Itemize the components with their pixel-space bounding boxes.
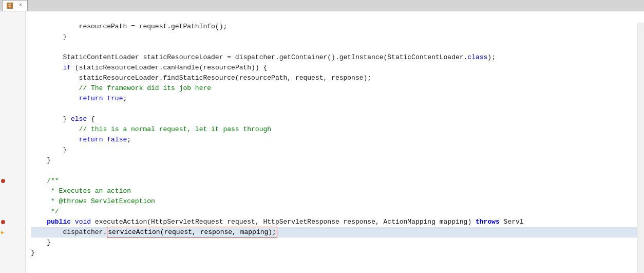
code-token: // The framework did its job here xyxy=(31,83,211,94)
gutter-line xyxy=(0,248,25,258)
code-line xyxy=(31,104,644,114)
gutter-line xyxy=(0,73,25,83)
code-token: * @throws ServletException xyxy=(31,196,155,207)
code-line: } else { xyxy=(31,114,644,124)
code-token: { xyxy=(87,114,95,124)
code-token: * Executes an action xyxy=(31,186,131,196)
code-token xyxy=(71,217,75,227)
tab-bar: C × xyxy=(0,0,644,11)
code-line: } xyxy=(31,155,644,166)
code-token xyxy=(31,217,47,227)
code-line: staticResourceLoader.findStaticResource(… xyxy=(31,73,644,83)
code-token: void xyxy=(75,217,91,227)
gutter-line xyxy=(0,196,25,207)
code-token: (staticResourceLoader.canHandle(resource… xyxy=(71,63,267,73)
gutter-line xyxy=(0,104,25,114)
gutter-line xyxy=(0,186,25,196)
code-line: * @throws ServletException xyxy=(31,196,644,207)
code-token: } xyxy=(31,145,67,155)
code-line: StaticContentLoader staticResourceLoader… xyxy=(31,52,644,63)
code-token xyxy=(31,94,79,104)
code-line: public void executeAction(HttpServletReq… xyxy=(31,217,644,227)
code-token: ); xyxy=(487,52,496,63)
code-token: dispatcher. xyxy=(31,227,107,238)
code-line: } xyxy=(31,238,644,248)
code-line xyxy=(31,166,644,176)
code-token xyxy=(103,135,107,145)
gutter-line xyxy=(0,155,25,166)
code-line xyxy=(31,42,644,52)
active-tab[interactable]: C × xyxy=(2,0,28,11)
code-token: ; xyxy=(127,135,131,145)
code-token: staticResourceLoader.findStaticResource(… xyxy=(31,73,371,83)
code-line: return false; xyxy=(31,135,644,145)
code-token: ; xyxy=(123,94,127,104)
code-token: true xyxy=(107,94,123,104)
gutter-line xyxy=(0,63,25,73)
gutter-line xyxy=(0,166,25,176)
gutter-line xyxy=(0,227,25,238)
code-token: } xyxy=(31,248,35,258)
code-token: false xyxy=(107,135,127,145)
gutter-line xyxy=(0,83,25,94)
code-line: } xyxy=(31,248,644,258)
code-line: } xyxy=(31,32,644,42)
gutter-line xyxy=(0,124,25,135)
code-token xyxy=(31,63,63,73)
code-token: } xyxy=(31,114,71,124)
gutter-line xyxy=(0,42,25,52)
code-token: else xyxy=(71,114,87,124)
code-line: // The framework did its job here xyxy=(31,83,644,94)
gutter-line xyxy=(0,114,25,124)
code-line: } xyxy=(31,145,644,155)
code-line xyxy=(31,11,644,22)
editor-area: resourcePath = request.getPathInfo(); } … xyxy=(0,11,644,273)
code-line: resourcePath = request.getPathInfo(); xyxy=(31,22,644,32)
code-token: /** xyxy=(31,176,59,186)
code-token: return xyxy=(79,135,103,145)
gutter-line xyxy=(0,52,25,63)
gutter-line xyxy=(0,11,25,22)
code-token: resourcePath = request.getPathInfo(); xyxy=(31,22,227,32)
code-token: throws xyxy=(476,217,500,227)
gutter-line xyxy=(0,176,25,186)
code-token xyxy=(31,135,79,145)
code-line: dispatcher.serviceAction(request, respon… xyxy=(31,227,644,238)
code-token: // this is a normal request, let it pass… xyxy=(31,124,271,135)
code-token: Servl xyxy=(500,217,524,227)
code-token: if xyxy=(63,63,71,73)
code-token: public xyxy=(47,217,71,227)
gutter-line xyxy=(0,238,25,248)
code-token xyxy=(103,94,107,104)
gutter-line xyxy=(0,145,25,155)
code-line: // this is a normal request, let it pass… xyxy=(31,124,644,135)
code-token: StaticContentLoader staticResourceLoader… xyxy=(31,52,467,63)
code-token: } xyxy=(31,155,51,166)
gutter-line xyxy=(0,94,25,104)
code-line: */ xyxy=(31,207,644,217)
code-token: } xyxy=(31,238,51,248)
gutter-line xyxy=(0,22,25,32)
code-line: /** xyxy=(31,176,644,186)
vertical-scrollbar[interactable] xyxy=(637,23,644,273)
gutter-line xyxy=(0,207,25,217)
tab-file-icon: C xyxy=(7,3,13,9)
gutter-line xyxy=(0,135,25,145)
line-number-gutter xyxy=(0,11,26,273)
code-content: resourcePath = request.getPathInfo(); } … xyxy=(26,11,644,273)
code-token: } xyxy=(31,32,67,42)
code-line: return true; xyxy=(31,94,644,104)
gutter-line xyxy=(0,32,25,42)
gutter-line xyxy=(0,217,25,227)
code-line: * Executes an action xyxy=(31,186,644,196)
code-line: if (staticResourceLoader.canHandle(resou… xyxy=(31,63,644,73)
code-token: */ xyxy=(31,207,59,217)
code-token: return xyxy=(79,94,103,104)
code-token: executeAction(HttpServletRequest request… xyxy=(91,217,476,227)
highlighted-code-span: serviceAction(request, response, mapping… xyxy=(107,227,277,238)
code-token: class xyxy=(467,52,487,63)
tab-close-icon[interactable]: × xyxy=(19,3,22,8)
